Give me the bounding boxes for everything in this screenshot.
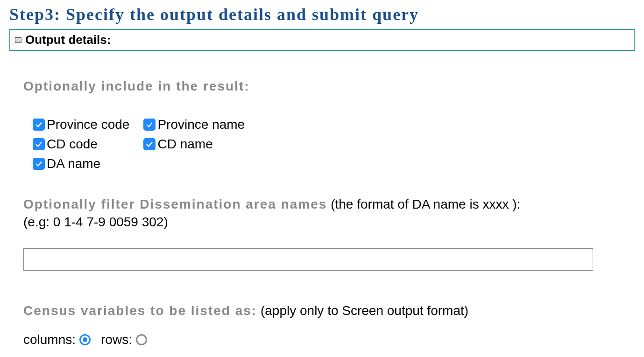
checkbox-label: Province code: [47, 117, 129, 132]
filter-input[interactable]: [23, 248, 593, 271]
checkmark-icon: [33, 158, 45, 170]
step-title: Step3: Specify the output details and su…: [9, 5, 635, 24]
include-section-label: Optionally include in the result:: [23, 79, 621, 94]
checkmark-icon: [143, 138, 156, 150]
include-checkbox-grid: Province code Province name CD code: [33, 112, 259, 176]
checkbox-label: CD name: [157, 137, 212, 152]
radio-rows-label: rows:: [101, 332, 132, 347]
checkbox-province-code[interactable]: Province code: [33, 117, 129, 132]
census-label: Census variables to be listed as:: [23, 303, 257, 318]
output-details-content: Optionally include in the result: Provin…: [9, 51, 635, 357]
checkmark-icon: [33, 119, 45, 131]
checkbox-province-name[interactable]: Province name: [143, 117, 245, 132]
checkmark-icon: [143, 119, 156, 131]
collapse-icon[interactable]: [15, 37, 21, 43]
census-hint: (apply only to Screen output format): [257, 303, 468, 318]
checkbox-da-name[interactable]: DA name: [33, 156, 100, 171]
filter-label: Optionally filter Dissemination area nam…: [23, 197, 327, 211]
census-section: Census variables to be listed as: (apply…: [23, 303, 621, 347]
checkbox-label: DA name: [47, 156, 100, 171]
filter-hint: (the format of DA name is xxxx ):: [327, 197, 520, 211]
checkbox-label: CD code: [47, 137, 98, 152]
census-label-line: Census variables to be listed as: (apply…: [23, 303, 621, 318]
filter-section: Optionally filter Dissemination area nam…: [23, 197, 621, 289]
checkbox-label: Province name: [157, 117, 245, 132]
checkmark-icon: [33, 138, 45, 150]
checkbox-cd-code[interactable]: CD code: [33, 137, 98, 152]
output-details-header: Output details:: [9, 29, 635, 51]
radio-columns[interactable]: [79, 334, 91, 345]
census-radio-row: columns: rows:: [23, 332, 621, 347]
output-details-label: Output details:: [25, 33, 111, 47]
filter-label-line: Optionally filter Dissemination area nam…: [23, 197, 621, 212]
checkbox-cd-name[interactable]: CD name: [143, 137, 212, 152]
filter-example: (e.g: 0 1-4 7-9 0059 302): [23, 215, 621, 230]
radio-rows[interactable]: [136, 334, 147, 345]
radio-columns-label: columns:: [23, 332, 76, 347]
